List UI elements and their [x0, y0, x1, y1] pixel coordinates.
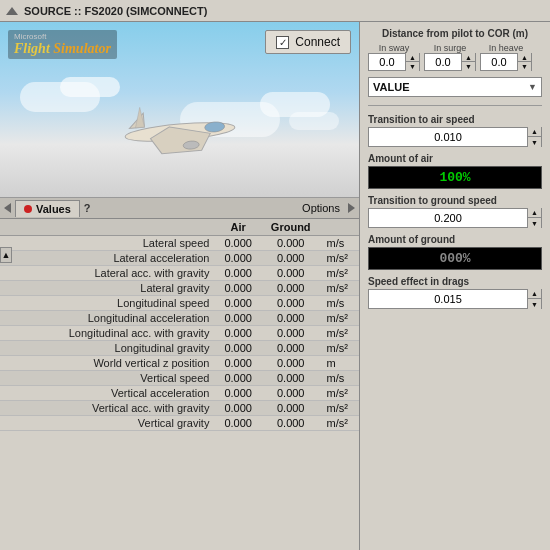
row-label: Lateral acc. with gravity [0, 266, 215, 281]
speed-drags-input-wrap[interactable]: ▲ ▼ [368, 289, 542, 309]
tab-options-label: Options [302, 202, 340, 214]
surge-up-button[interactable]: ▲ [461, 53, 475, 62]
table-row: Vertical acc. with gravity 0.000 0.000 m… [0, 401, 359, 416]
transition-ground-input-wrap[interactable]: ▲ ▼ [368, 208, 542, 228]
row-unit: m [321, 356, 359, 371]
row-ground: 0.000 [261, 266, 321, 281]
table-row: Lateral acc. with gravity 0.000 0.000 m/… [0, 266, 359, 281]
transition-air-down-button[interactable]: ▼ [527, 137, 541, 147]
col-header-label [0, 219, 215, 236]
row-air: 0.000 [215, 401, 261, 416]
table-row: Lateral gravity 0.000 0.000 m/s² [0, 281, 359, 296]
row-unit: m/s² [321, 401, 359, 416]
amount-ground-label: Amount of ground [368, 234, 542, 245]
row-air: 0.000 [215, 371, 261, 386]
transition-ground-label: Transition to ground speed [368, 195, 542, 206]
row-ground: 0.000 [261, 296, 321, 311]
scroll-up-button[interactable]: ▲ [0, 247, 12, 263]
tab-question[interactable]: ? [84, 202, 91, 214]
table-body: Lateral speed 0.000 0.000 m/s Lateral ac… [0, 236, 359, 431]
value-dropdown[interactable]: VALUE ▼ [368, 77, 542, 97]
row-air: 0.000 [215, 281, 261, 296]
table-row: Vertical acceleration 0.000 0.000 m/s² [0, 386, 359, 401]
surge-down-button[interactable]: ▼ [461, 62, 475, 71]
distance-section: Distance from pilot to COR (m) In sway ▲… [368, 28, 542, 71]
row-unit: m/s [321, 296, 359, 311]
row-air: 0.000 [215, 356, 261, 371]
row-ground: 0.000 [261, 341, 321, 356]
tab-dot [24, 205, 32, 213]
transition-air-input-wrap[interactable]: ▲ ▼ [368, 127, 542, 147]
sway-input[interactable] [369, 54, 405, 70]
sway-down-button[interactable]: ▼ [405, 62, 419, 71]
table-row: Longitudinal acceleration 0.000 0.000 m/… [0, 311, 359, 326]
amount-air-group: Amount of air 100% [368, 153, 542, 189]
heave-up-button[interactable]: ▲ [517, 53, 531, 62]
tabs-bar: Values ? Options [0, 197, 359, 219]
surge-spin[interactable]: ▲ ▼ [424, 53, 476, 71]
row-ground: 0.000 [261, 386, 321, 401]
distance-label: Distance from pilot to COR (m) [368, 28, 542, 39]
sway-spin[interactable]: ▲ ▼ [368, 53, 420, 71]
transition-ground-up-button[interactable]: ▲ [527, 208, 541, 218]
row-unit: m/s [321, 236, 359, 251]
logo-flight: Flight [14, 41, 50, 56]
connect-label: Connect [295, 35, 340, 49]
row-label: Vertical acceleration [0, 386, 215, 401]
speed-drags-down-button[interactable]: ▼ [527, 299, 541, 309]
heave-spin[interactable]: ▲ ▼ [480, 53, 532, 71]
row-air: 0.000 [215, 326, 261, 341]
row-label: Vertical gravity [0, 416, 215, 431]
row-label: Vertical speed [0, 371, 215, 386]
col-header-ground: Ground [261, 219, 321, 236]
col-header-unit [321, 219, 359, 236]
transition-ground-input[interactable] [369, 209, 527, 227]
row-unit: m/s² [321, 251, 359, 266]
sway-label: In sway [379, 43, 410, 53]
row-unit: m/s² [321, 416, 359, 431]
tab-options[interactable]: Options [302, 202, 355, 214]
row-unit: m/s² [321, 326, 359, 341]
table-row: Longitudinal gravity 0.000 0.000 m/s² [0, 341, 359, 356]
row-unit: m/s² [321, 281, 359, 296]
table-row: Longitudinal speed 0.000 0.000 m/s [0, 296, 359, 311]
heave-down-button[interactable]: ▼ [517, 62, 531, 71]
surge-input[interactable] [425, 54, 461, 70]
transition-ground-down-button[interactable]: ▼ [527, 218, 541, 228]
title-triangle-icon [6, 7, 18, 15]
transition-air-input[interactable] [369, 128, 527, 146]
sway-up-button[interactable]: ▲ [405, 53, 419, 62]
speed-drags-arrows: ▲ ▼ [527, 289, 541, 309]
row-air: 0.000 [215, 416, 261, 431]
row-ground: 0.000 [261, 401, 321, 416]
dist-heave-col: In heave ▲ ▼ [480, 43, 532, 71]
tab-arrow-right-icon [348, 203, 355, 213]
title-bar: SOURCE :: FS2020 (SIMCONNECT) [0, 0, 550, 22]
row-unit: m/s² [321, 341, 359, 356]
amount-ground-display: 000% [368, 247, 542, 270]
speed-drags-up-button[interactable]: ▲ [527, 289, 541, 299]
connect-checkbox[interactable]: ✓ [276, 36, 289, 49]
heave-input[interactable] [481, 54, 517, 70]
sway-arrows: ▲ ▼ [405, 53, 419, 71]
divider-1 [368, 105, 542, 106]
transition-air-up-button[interactable]: ▲ [527, 127, 541, 137]
speed-drags-input[interactable] [369, 290, 527, 308]
row-ground: 0.000 [261, 371, 321, 386]
row-label: Lateral acceleration [0, 251, 215, 266]
row-air: 0.000 [215, 296, 261, 311]
logo-area: Microsoft Flight Simulator [8, 30, 117, 59]
connect-button[interactable]: ✓ Connect [265, 30, 351, 54]
surge-arrows: ▲ ▼ [461, 53, 475, 71]
tab-values[interactable]: Values [15, 200, 80, 217]
plane-area [0, 67, 359, 197]
amount-air-label: Amount of air [368, 153, 542, 164]
row-label: Longitudinal speed [0, 296, 215, 311]
tab-values-label: Values [36, 203, 71, 215]
row-air: 0.000 [215, 251, 261, 266]
speed-drags-label: Speed effect in drags [368, 276, 542, 287]
logo-simulator: Simulator [53, 41, 111, 56]
tab-arrow-left-icon[interactable] [4, 203, 11, 213]
row-label: Longitudinal gravity [0, 341, 215, 356]
row-ground: 0.000 [261, 326, 321, 341]
